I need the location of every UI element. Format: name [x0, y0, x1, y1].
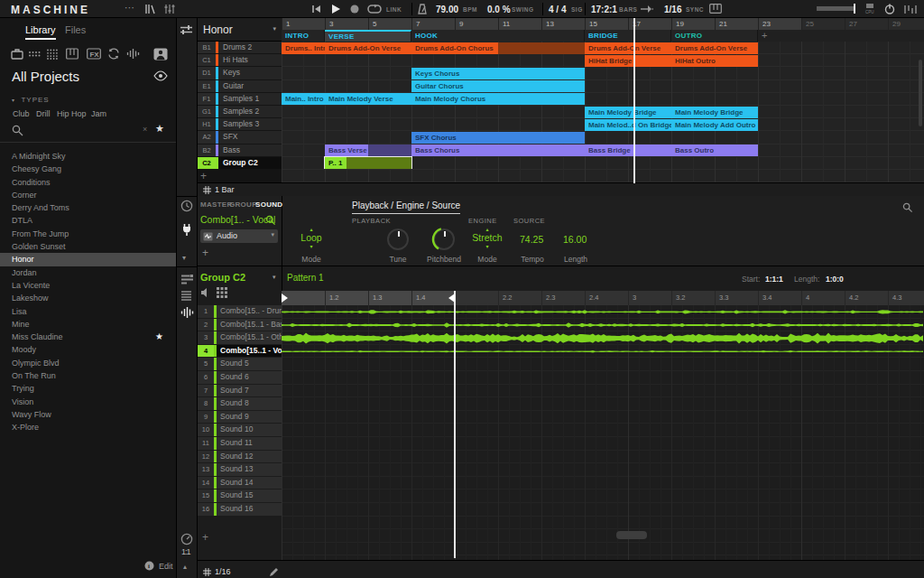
chevron-down-icon[interactable]: ▾: [182, 254, 186, 262]
project-item[interactable]: Jordan: [0, 266, 176, 279]
clip[interactable]: SFX Chorus: [411, 132, 585, 144]
clip[interactable]: Main.. Intro: [282, 93, 325, 105]
edit-button[interactable]: Edit: [159, 562, 173, 571]
clip[interactable]: Drums Add-On Chorus: [411, 42, 498, 54]
track-name[interactable]: SFX: [218, 131, 282, 143]
clip[interactable]: Bass Chorus: [411, 144, 585, 156]
pattern-playhead[interactable]: [454, 291, 456, 558]
track-row-c2[interactable]: C2Group C2: [198, 157, 282, 169]
project-item[interactable]: Wavy Flow: [0, 408, 176, 421]
swing-value[interactable]: 0.0 %: [487, 5, 511, 14]
add-track-button[interactable]: +: [200, 170, 207, 182]
clip[interactable]: Main Melody Bridge: [671, 107, 758, 118]
add-scene-button[interactable]: +: [762, 30, 767, 42]
sound-slot-14[interactable]: 14Sound 14: [198, 477, 282, 490]
project-item[interactable]: Olympic Blvd: [0, 357, 176, 369]
favorite-star-icon[interactable]: ★: [155, 331, 163, 343]
sound-slot-11[interactable]: 11Sound 11: [198, 437, 282, 451]
record-button[interactable]: [350, 5, 359, 14]
playback-mode-value[interactable]: Loop: [286, 232, 337, 244]
search-input[interactable]: [27, 125, 140, 137]
arranger-vscroll-thumb[interactable]: [919, 60, 922, 126]
pencil-edit-icon[interactable]: [269, 567, 279, 577]
sound-slot-9[interactable]: 9Sound 9: [198, 411, 282, 424]
sig-value[interactable]: 4 / 4: [549, 5, 566, 14]
sound-slot-name[interactable]: Combo[15..1 - Bass: [217, 319, 282, 331]
plugin-panel-title[interactable]: Playback / Engine / Source: [352, 200, 460, 214]
stepper-down-icon[interactable]: ▾: [286, 244, 337, 249]
track-row-h1[interactable]: H1Samples 3: [198, 118, 282, 130]
bars-value[interactable]: 17:2:1: [591, 5, 617, 14]
clip[interactable]: Bass Outro: [671, 144, 758, 156]
pad-grid-icon[interactable]: [217, 287, 228, 298]
track-pad-id[interactable]: G1: [198, 106, 216, 117]
pattern-name[interactable]: Pattern 1: [287, 273, 324, 283]
menu-dots-icon[interactable]: ⋯: [125, 2, 134, 14]
project-item[interactable]: Cheesy Gang: [0, 163, 176, 175]
track-pad-id[interactable]: A2: [198, 131, 216, 143]
metronome-icon[interactable]: [417, 4, 428, 14]
clip[interactable]: Drums.. Intro: [282, 42, 325, 54]
pattern-length-value[interactable]: 1:0:0: [826, 275, 844, 284]
clip[interactable]: Guitar Chorus: [411, 80, 585, 92]
pattern-start-value[interactable]: 1:1:1: [765, 275, 783, 284]
track-pad-id[interactable]: E1: [198, 80, 216, 92]
track-row-b2[interactable]: B2Bass: [198, 144, 282, 156]
track-pad-id[interactable]: F1: [198, 93, 216, 105]
sound-slot-name[interactable]: Combo[15..1 - Vocal: [217, 345, 282, 358]
volume-slider-handle[interactable]: [854, 4, 855, 14]
add-sound-button[interactable]: +: [202, 531, 208, 544]
scene-header-verse[interactable]: VERSE: [325, 30, 411, 42]
loops-filter-icon[interactable]: [107, 48, 120, 60]
sound-slot-3[interactable]: 3Combo[15..1 - Other: [198, 331, 282, 345]
link-button[interactable]: LINK: [386, 6, 402, 13]
pattern-beat-ruler[interactable]: 1.21.31.42.22.32.433.23.33.444.24.3: [282, 291, 924, 305]
length-value[interactable]: 16.00: [563, 234, 587, 245]
arranger-grid-value[interactable]: 1 Bar: [215, 185, 235, 194]
restart-button[interactable]: [311, 5, 321, 14]
pattern-start-flag[interactable]: [282, 294, 288, 303]
master-volume-slider[interactable]: [817, 6, 855, 11]
project-item[interactable]: Golden Sunset: [0, 240, 176, 253]
arranger-playhead[interactable]: [633, 18, 635, 183]
clip-repeat-tail[interactable]: [498, 42, 585, 54]
project-item[interactable]: Derry And Toms: [0, 201, 176, 214]
clip[interactable]: P.. 1: [325, 157, 346, 169]
sound-slot-12[interactable]: 12Sound 12: [198, 451, 282, 464]
project-item[interactable]: X-Plore: [0, 421, 176, 434]
clip[interactable]: Drums Add-On Verse: [325, 42, 411, 54]
sound-search-icon[interactable]: [265, 215, 276, 226]
tab-sound[interactable]: SOUND: [255, 200, 282, 209]
project-item[interactable]: Lakeshow: [0, 292, 176, 304]
sound-slot-1[interactable]: 1Combo[15.. - Drums: [198, 305, 282, 319]
engine-mode-value[interactable]: Stretch: [462, 232, 513, 244]
track-name[interactable]: Drums 2: [218, 42, 282, 53]
follow-playhead-icon[interactable]: [641, 5, 653, 13]
track-pad-id[interactable]: D1: [198, 67, 216, 79]
arrange-mixer-icon[interactable]: [180, 23, 193, 36]
project-item[interactable]: From The Jump: [0, 228, 176, 240]
arranger-bar-ruler[interactable]: 1357911131517192123252729: [282, 18, 924, 30]
track-name[interactable]: Keys: [218, 67, 282, 79]
pitchbend-knob[interactable]: [433, 228, 455, 250]
scene-header-hook[interactable]: HOOK: [411, 30, 585, 42]
search-icon[interactable]: [12, 125, 23, 136]
scene-header-bridge[interactable]: BRIDGE: [585, 30, 671, 42]
sound-slot-name[interactable]: Sound 5: [217, 358, 282, 370]
track-row-f1[interactable]: F1Samples 1: [198, 93, 282, 105]
project-item[interactable]: DTLA: [0, 214, 176, 227]
sound-slot-name[interactable]: Sound 11: [217, 437, 282, 450]
sound-slot-name[interactable]: Sound 8: [217, 397, 282, 410]
sound-slot-15[interactable]: 15Sound 15: [198, 489, 282, 503]
track-pad-id[interactable]: C1: [198, 54, 216, 66]
projects-filter-icon[interactable]: [11, 48, 23, 60]
arranger-project-header[interactable]: Honor ▾: [198, 18, 282, 42]
sound-slot-name[interactable]: Combo[15..1 - Other: [217, 331, 282, 344]
power-icon[interactable]: [884, 4, 895, 14]
arranger-grid[interactable]: Drums.. IntroDrums Add-On VerseDrums Add…: [282, 42, 924, 182]
tab-files[interactable]: Files: [65, 24, 86, 35]
project-item[interactable]: Mine: [0, 318, 176, 331]
sounds-filter-icon[interactable]: [46, 48, 59, 60]
track-pad-id[interactable]: H1: [198, 118, 216, 130]
sound-slot-name[interactable]: Sound 6: [217, 371, 282, 384]
